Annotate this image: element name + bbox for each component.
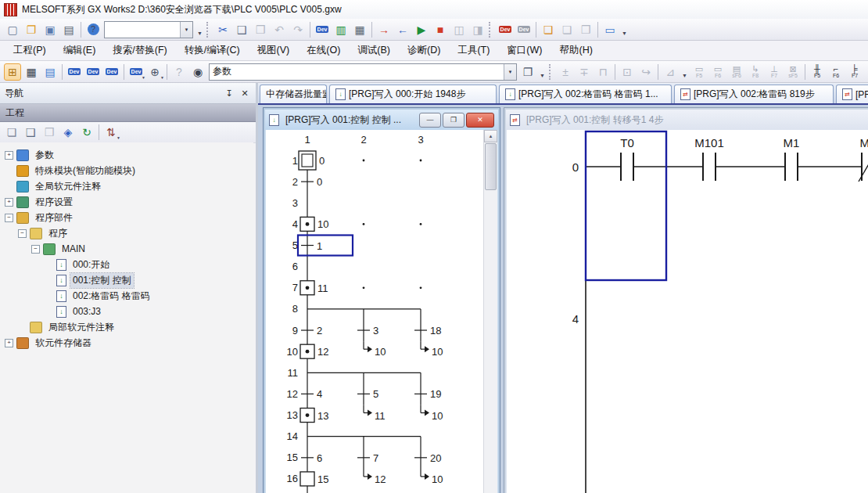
tree-item[interactable]: ↓002:格雷码 格雷码 [0,288,253,304]
sfc-diagram-canvas[interactable]: 1231020341051671189231810121010111245191… [266,130,497,493]
tree-item[interactable]: +程序设置 [0,194,253,210]
monitor-test-icon-glyph: ◨ [472,24,482,35]
monitor-stop-icon[interactable]: ■ [432,21,449,38]
collapse-icon[interactable]: − [5,214,13,222]
edit-overflow-icon[interactable]: ▼ [680,63,690,81]
tree-item[interactable]: 特殊模块(智能功能模块) [0,163,253,178]
menu-item-4[interactable]: 转换/编译(C) [176,41,249,60]
nav-copy-icon[interactable]: ❑ [22,124,39,141]
nav-property-icon[interactable]: ◈ [59,124,77,141]
ladder-edit-device-icon: ⊡ [619,63,636,81]
document-tab-3[interactable]: ↓[PRG]写入 002:格雷码 格雷码 1... [499,85,672,103]
note-display-icon-glyph: Dev [106,68,119,75]
document-tab-1[interactable]: 中存储器批量监视-1 [260,85,327,103]
monitor-start-icon[interactable]: ▶ [413,21,430,38]
tree-item-label: 001:控制 控制 [70,273,134,288]
tree-item[interactable]: −程序 [0,225,253,241]
ladder-window-title-bar[interactable]: ⇄ [PRG]写入 001:控制 转移号1 4步 [506,110,868,130]
menu-item-7[interactable]: 调试(B) [349,41,399,60]
device-find-icon[interactable]: ❐ [519,63,536,81]
tree-item[interactable]: ↓000:开始 [0,257,253,272]
ladder-contact-label: M4 [860,136,868,149]
tree-item[interactable]: ↓003:J3 [0,304,253,319]
tab-label: [PRG] [855,89,868,100]
ladder-edit-pulse-icon: ⊓ [594,63,612,81]
menu-item-2[interactable]: 编辑(E) [55,41,105,60]
read-from-plc-icon[interactable]: ← [394,21,411,38]
tree-item[interactable]: ↓001:控制 控制 [0,272,253,288]
tree-item[interactable]: 局部软元件注释 [0,319,253,335]
expand-icon[interactable]: + [5,198,13,207]
menu-item-3[interactable]: 搜索/替换(F) [104,41,175,60]
copy-icon[interactable]: ❑ [233,21,250,38]
standard-overflow-icon[interactable]: ▼ [195,21,205,38]
target-combo[interactable]: 参数▼ [209,63,517,81]
new-project-icon[interactable]: ▢ [4,21,21,38]
menu-item-5[interactable]: 视图(V) [249,41,299,60]
device-comment-display-icon[interactable]: Dev [66,63,83,81]
tree-item[interactable]: −程序部件 [0,210,253,225]
tree-item[interactable]: −MAIN [0,241,253,257]
write-to-plc-icon[interactable]: → [375,21,393,38]
fkey-F7-icon[interactable]: ╞F7 [845,63,864,81]
work-window-icon[interactable]: ▤ [41,63,59,81]
sfc-row-number: 7 [292,282,298,293]
display-content-icon[interactable]: Dev▼ [127,63,145,81]
close-button[interactable]: ✕ [466,113,494,128]
open-project-icon[interactable]: ❐ [23,21,40,38]
note-display-icon[interactable]: Dev [103,63,120,81]
print-icon[interactable]: ▤ [60,21,77,38]
module-configuration-icon[interactable]: ▦ [23,63,40,81]
collapse-icon[interactable]: − [18,229,27,238]
nav-refresh-icon[interactable]: ↻ [78,124,95,141]
tree-item-icon [30,322,42,333]
find-icon[interactable]: ◉ [189,63,206,81]
save-project-icon[interactable]: ▣ [41,21,59,38]
collapse-icon[interactable]: − [31,245,40,254]
data-logging-icon[interactable]: Dev [497,21,514,38]
scroll-up-icon[interactable]: ▲ [484,130,497,142]
menu-item-9[interactable]: 工具(T) [449,41,498,60]
cut-icon[interactable]: ✂ [214,21,231,38]
menu-item-8[interactable]: 诊断(D) [399,41,449,60]
statement-list-icon[interactable]: ❏ [540,21,557,38]
tree-item-label: 局部软元件注释 [46,320,117,335]
menu-item-11[interactable]: 帮助(H) [551,41,601,60]
connection-destination-icon[interactable]: ▭ [601,21,619,38]
view-overflow-icon[interactable]: ▼ [537,63,547,81]
restore-button[interactable]: ❐ [443,113,464,128]
sfc-window-title-bar[interactable]: ↓ [PRG]写入 001:控制 控制 ... — ❐ ✕ [265,110,498,130]
statement-display-icon[interactable]: Dev [84,63,102,81]
document-tab-5[interactable]: ⇄[PRG] [836,85,868,103]
monitor-mode-icon[interactable]: ▥ [332,21,350,38]
pin-icon[interactable]: ↧ [223,87,235,99]
tree-item[interactable]: +参数 [0,147,253,163]
standard-overflow2-icon[interactable]: ▼ [619,21,629,38]
expand-icon[interactable]: + [5,151,13,160]
quick-access-combo[interactable]: ▼ [104,21,193,38]
device-comment-find-icon[interactable]: Dev [314,21,331,38]
ladder-rung-number: 4 [572,312,579,326]
device-monitor-icon[interactable]: ▦ [351,21,368,38]
minimize-button[interactable]: — [419,113,441,128]
menu-item-1[interactable]: 工程(P) [5,41,55,60]
nav-sort-icon[interactable]: ⇅▼ [102,124,120,141]
tree-item[interactable]: +软元件存储器 [0,335,253,351]
fkey-F6-icon[interactable]: ⌐F6 [827,63,845,81]
zoom-icon[interactable]: ⊕▼ [146,63,163,81]
nav-new-icon[interactable]: ❏ [3,124,20,141]
tree-item[interactable]: 全局软元件注释 [0,178,253,194]
document-tab-4[interactable]: ⇄[PRG]写入 002:格雷码 819步 [674,85,834,103]
close-icon[interactable]: ✕ [239,87,251,99]
document-tab-2[interactable]: ↓[PRG]写入 000:开始 1948步 [329,85,497,103]
expand-icon[interactable]: + [5,339,13,347]
sfc-vertical-scrollbar[interactable]: ▲ [483,130,497,493]
menu-item-10[interactable]: 窗口(W) [498,41,551,60]
fkey-F5-icon[interactable]: ╫F5 [808,63,827,81]
menu-item-6[interactable]: 在线(O) [298,41,349,60]
scrollbar-thumb[interactable] [485,143,497,190]
navigation-title: 导航 [5,87,220,100]
ladder-diagram-canvas[interactable]: 04T0M101M1M4 [507,130,868,493]
help-icon[interactable]: ? [84,21,102,38]
navigation-window-icon[interactable]: ⊞ [4,63,21,81]
